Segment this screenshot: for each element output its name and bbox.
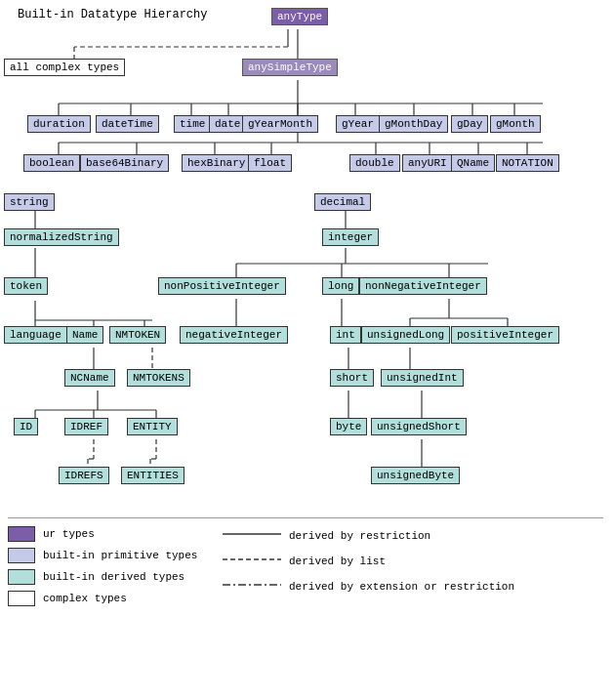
node-anyType: anyType bbox=[271, 8, 328, 25]
legend-line-restriction: derived by restriction bbox=[223, 526, 603, 546]
node-long: long bbox=[322, 277, 359, 295]
legend-line-list: derived by list bbox=[223, 552, 603, 571]
node-NOTATION: NOTATION bbox=[496, 154, 559, 172]
legend-label-extension: derived by extension or restriction bbox=[289, 581, 514, 593]
legend-line-dashdot bbox=[223, 577, 281, 597]
node-NMTOKENS: NMTOKENS bbox=[127, 369, 190, 387]
node-NCName: NCName bbox=[64, 369, 115, 387]
legend-box-ur bbox=[8, 526, 35, 542]
legend-ur: ur types bbox=[8, 526, 203, 542]
node-QName: QName bbox=[451, 154, 495, 172]
node-duration: duration bbox=[27, 115, 91, 133]
node-integer: integer bbox=[322, 228, 379, 246]
legend-line-solid bbox=[223, 526, 281, 546]
diagram-container: Built-in Datatype Hierarchy bbox=[0, 0, 614, 33]
node-byte: byte bbox=[330, 418, 367, 435]
legend-box-primitive bbox=[8, 548, 35, 563]
node-nonNegativeInteger: nonNegativeInteger bbox=[359, 277, 487, 295]
node-gMonthDay: gMonthDay bbox=[379, 115, 448, 133]
legend-primitive: built-in primitive types bbox=[8, 548, 203, 563]
node-int: int bbox=[330, 326, 361, 344]
node-date: date bbox=[209, 115, 246, 133]
node-token: token bbox=[4, 277, 48, 295]
node-unsignedShort: unsignedShort bbox=[371, 418, 467, 435]
node-gDay: gDay bbox=[451, 115, 488, 133]
legend-box-derived bbox=[8, 569, 35, 585]
node-anySimpleType: anySimpleType bbox=[242, 59, 338, 76]
legend-derived: built-in derived types bbox=[8, 569, 203, 585]
node-ID: ID bbox=[14, 418, 38, 435]
node-unsignedByte: unsignedByte bbox=[371, 467, 460, 484]
legend-line-extension: derived by extension or restriction bbox=[223, 577, 603, 597]
node-boolean: boolean bbox=[23, 154, 80, 172]
node-language: language bbox=[4, 326, 67, 344]
node-IDREFS: IDREFS bbox=[59, 467, 109, 484]
node-float: float bbox=[248, 154, 292, 172]
node-Name: Name bbox=[66, 326, 103, 344]
node-normalizedString: normalizedString bbox=[4, 228, 119, 246]
legend-complex: complex types bbox=[8, 591, 203, 606]
legend-label-list: derived by list bbox=[289, 556, 386, 567]
legend-label-ur: ur types bbox=[43, 528, 95, 540]
node-unsignedLong: unsignedLong bbox=[361, 326, 450, 344]
legend-label-derived: built-in derived types bbox=[43, 571, 184, 583]
legend-types: ur types built-in primitive types built-… bbox=[8, 526, 203, 612]
node-ENTITIES: ENTITIES bbox=[121, 467, 184, 484]
node-gMonth: gMonth bbox=[490, 115, 541, 133]
node-unsignedInt: unsignedInt bbox=[381, 369, 464, 387]
node-string: string bbox=[4, 193, 55, 211]
node-double: double bbox=[349, 154, 400, 172]
node-dateTime: dateTime bbox=[96, 115, 159, 133]
node-hexBinary: hexBinary bbox=[182, 154, 251, 172]
legend-label-restriction: derived by restriction bbox=[289, 530, 430, 542]
node-time: time bbox=[174, 115, 211, 133]
node-gYear: gYear bbox=[336, 115, 380, 133]
node-complex-types: all complex types bbox=[4, 59, 125, 76]
node-nonPositiveInteger: nonPositiveInteger bbox=[158, 277, 286, 295]
node-NMTOKEN: NMTOKEN bbox=[109, 326, 166, 344]
legend-label-primitive: built-in primitive types bbox=[43, 550, 197, 561]
node-decimal: decimal bbox=[314, 193, 371, 211]
node-base64Binary: base64Binary bbox=[80, 154, 169, 172]
node-IDREF: IDREF bbox=[64, 418, 108, 435]
node-anyURI: anyURI bbox=[402, 154, 453, 172]
legend-line-dashed bbox=[223, 552, 281, 571]
node-gYearMonth: gYearMonth bbox=[242, 115, 318, 133]
legend-box-complex bbox=[8, 591, 35, 606]
hierarchy-lines bbox=[0, 0, 614, 547]
legend: ur types built-in primitive types built-… bbox=[8, 517, 603, 612]
node-negativeInteger: negativeInteger bbox=[180, 326, 288, 344]
node-positiveInteger: positiveInteger bbox=[451, 326, 559, 344]
legend-lines: derived by restriction derived by list d… bbox=[223, 526, 603, 612]
node-ENTITY: ENTITY bbox=[127, 418, 178, 435]
node-short: short bbox=[330, 369, 374, 387]
legend-label-complex: complex types bbox=[43, 593, 127, 604]
